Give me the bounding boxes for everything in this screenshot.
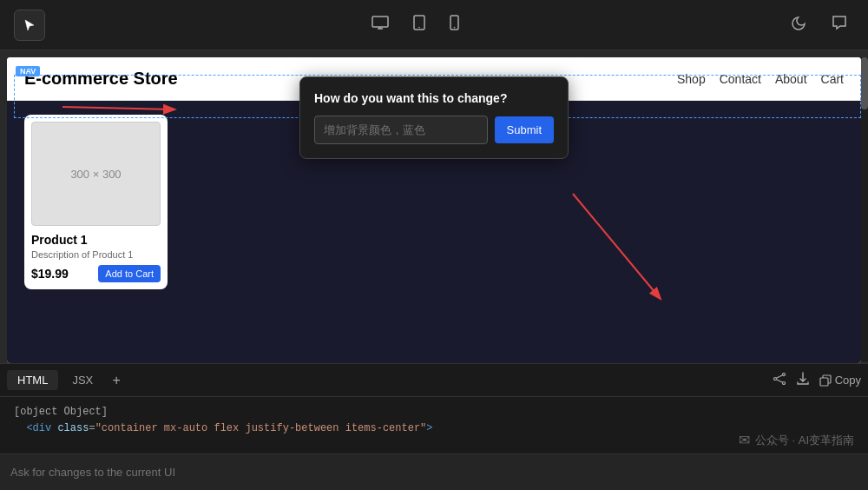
preview-nav-links: Shop Contact About Cart (677, 72, 844, 86)
code-line-3 (14, 437, 854, 454)
moon-icon (792, 15, 807, 30)
nav-link-cart[interactable]: Cart (821, 72, 844, 86)
tablet-view-button[interactable] (406, 11, 432, 38)
mobile-view-button[interactable] (443, 11, 466, 38)
add-icon: + (113, 373, 121, 388)
nav-label: NAV (16, 66, 40, 76)
product-footer: $19.99 Add to Cart (31, 265, 161, 282)
tablet-icon (413, 15, 425, 30)
svg-line-13 (776, 380, 782, 383)
popup-submit-button[interactable]: Submit (495, 116, 554, 143)
ask-input-row (0, 454, 868, 490)
ask-input-field[interactable] (10, 466, 858, 479)
product-image: 300 × 300 (31, 122, 161, 226)
scrollbar[interactable] (861, 57, 868, 361)
nav-link-shop[interactable]: Shop (677, 72, 706, 86)
scrollbar-thumb[interactable] (861, 57, 868, 109)
desktop-icon (372, 16, 389, 30)
product-price: $19.99 (31, 267, 69, 281)
svg-rect-14 (820, 378, 828, 386)
bottom-panel: HTML JSX + (0, 363, 868, 490)
desktop-view-button[interactable] (365, 12, 396, 37)
watermark-text: 公众号 · AI变革指南 (755, 433, 854, 448)
svg-point-11 (773, 378, 776, 381)
download-icon (797, 372, 809, 386)
watermark-icon: ✉ (739, 432, 750, 448)
dark-mode-button[interactable] (785, 11, 814, 38)
add-to-cart-button[interactable]: Add to Cart (98, 265, 161, 282)
change-popup: How do you want this to change? Submit (299, 76, 569, 159)
svg-rect-0 (372, 17, 388, 27)
cursor-icon (23, 18, 36, 32)
nav-link-contact[interactable]: Contact (720, 72, 761, 86)
share-button[interactable] (773, 373, 786, 387)
product-name: Product 1 (31, 233, 161, 247)
share-icon (773, 373, 786, 385)
cursor-tool-button[interactable] (14, 10, 45, 41)
popup-input-row: Submit (314, 116, 554, 144)
product-description: Description of Product 1 (31, 249, 161, 260)
preview-brand: E-commerce Store (24, 69, 178, 89)
chat-button[interactable] (825, 11, 854, 38)
svg-line-12 (776, 375, 782, 379)
top-toolbar (0, 0, 868, 50)
canvas-area: NAV E-commerce Store Shop Contact About … (0, 50, 868, 363)
code-line-2: <div class="container mx-auto flex justi… (14, 420, 854, 437)
product-card: 300 × 300 Product 1 Description of Produ… (24, 115, 168, 289)
copy-icon (819, 374, 832, 387)
watermark: ✉ 公众号 · AI变革指南 (739, 432, 854, 448)
svg-point-4 (453, 27, 455, 29)
tab-html[interactable]: HTML (7, 370, 58, 390)
tabs-left: HTML JSX + (7, 370, 126, 390)
copy-label: Copy (835, 374, 861, 387)
code-line-1: [object Object] (14, 404, 854, 420)
svg-point-9 (782, 374, 785, 376)
svg-point-10 (782, 382, 785, 385)
popup-input-field[interactable] (314, 116, 488, 144)
chat-icon (832, 15, 847, 30)
tabs-right: Copy (773, 372, 861, 388)
toolbar-center (365, 11, 466, 38)
svg-point-2 (418, 27, 420, 29)
tab-jsx[interactable]: JSX (62, 370, 103, 390)
copy-button[interactable]: Copy (819, 374, 861, 387)
add-tab-button[interactable]: + (107, 371, 126, 390)
toolbar-left (14, 10, 45, 41)
popup-title: How do you want this to change? (314, 91, 554, 105)
nav-link-about[interactable]: About (775, 72, 807, 86)
download-button[interactable] (797, 372, 809, 388)
tabs-bar: HTML JSX + (0, 364, 868, 397)
toolbar-right (785, 11, 854, 38)
mobile-icon (450, 15, 459, 30)
